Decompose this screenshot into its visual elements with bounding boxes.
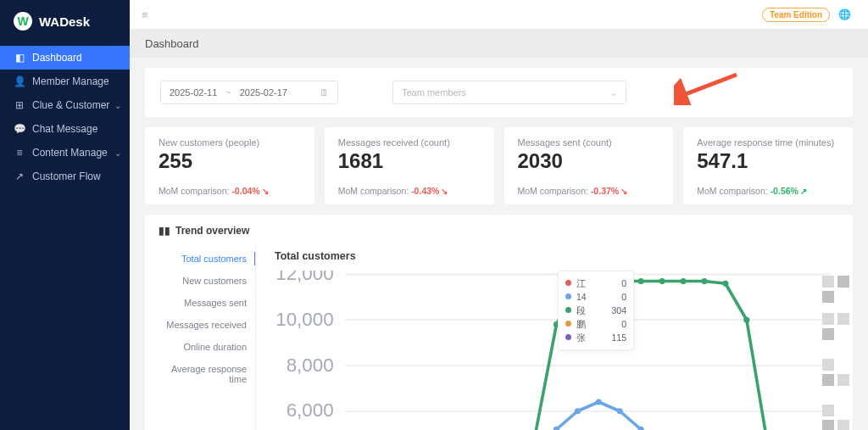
svg-text:6,000: 6,000 xyxy=(287,399,334,421)
svg-point-29 xyxy=(680,278,686,284)
app-name: WADesk xyxy=(39,14,90,29)
svg-point-30 xyxy=(701,278,707,284)
svg-line-0 xyxy=(679,75,737,97)
svg-text:8,000: 8,000 xyxy=(287,355,334,376)
svg-text:10,000: 10,000 xyxy=(275,309,333,330)
stat-card-avg-response-time: Average response time (minutes) 547.1 Mo… xyxy=(683,127,853,204)
member-icon: 👤 xyxy=(14,75,25,87)
sidebar-item-label: Member Manage xyxy=(32,75,109,87)
trend-tab-messages-sent[interactable]: Messages sent xyxy=(145,296,255,310)
sidebar-item-label: Dashboard xyxy=(32,52,82,64)
legend-row: 鹏0 xyxy=(565,317,626,331)
date-range-picker[interactable]: 2025-02-11 ~ 2025-02-17 🗓 xyxy=(160,81,338,104)
svg-text:12,000: 12,000 xyxy=(275,271,333,284)
stat-value: 1681 xyxy=(338,149,481,174)
stat-label: Average response time (minutes) xyxy=(697,137,839,148)
chevron-down-icon: ⌄ xyxy=(114,101,121,110)
chat-icon: 💬 xyxy=(14,123,25,135)
stat-card-new-customers: New customers (people) 255 MoM compariso… xyxy=(145,127,314,204)
svg-point-28 xyxy=(659,278,665,284)
trend-tab-new-customers[interactable]: New customers xyxy=(145,274,255,288)
chart-title: Total customers xyxy=(270,245,839,267)
sidebar-item-chat-message[interactable]: 💬 Chat Message xyxy=(0,117,130,141)
stat-mom: MoM comparison: -0.37%↘ xyxy=(518,186,660,196)
stat-card-messages-sent: Messages sent (count) 2030 MoM compariso… xyxy=(504,127,674,204)
legend-dot-icon xyxy=(565,334,571,340)
main: ≡ Team Edition 🌐 Dashboard 2025-02-11 ~ … xyxy=(130,0,868,430)
date-from: 2025-02-11 xyxy=(170,87,217,98)
stat-mom: MoM comparison: -0.56%↗ xyxy=(697,186,839,196)
sidebar-item-customer-flow[interactable]: ↗ Customer Flow xyxy=(0,165,130,188)
sidebar: W WADesk ◧ Dashboard 👤 Member Manage ⊞ C… xyxy=(0,0,130,430)
trend-tab-total-customers[interactable]: Total customers xyxy=(145,252,255,265)
chevron-down-icon: ⌄ xyxy=(114,148,121,158)
svg-point-27 xyxy=(638,278,644,284)
stat-label: Messages sent (count) xyxy=(518,137,660,148)
sidebar-item-label: Customer Flow xyxy=(32,170,101,182)
calendar-icon: 🗓 xyxy=(320,87,329,98)
sidebar-item-label: Content Manage xyxy=(32,147,108,159)
stat-cards: New customers (people) 255 MoM compariso… xyxy=(145,127,853,204)
svg-point-50 xyxy=(617,408,623,414)
annotation-arrow xyxy=(681,80,740,105)
date-to: 2025-02-17 xyxy=(240,87,287,98)
series-legend-redacted xyxy=(822,276,849,430)
stat-value: 547.1 xyxy=(697,149,839,174)
sidebar-item-content-manage[interactable]: ≡ Content Manage ⌄ xyxy=(0,141,130,165)
topbar: ≡ Team Edition 🌐 xyxy=(130,0,868,29)
page-title: Dashboard xyxy=(130,29,868,58)
stat-label: Messages received (count) xyxy=(338,137,481,148)
legend-row: 张115 xyxy=(565,331,626,344)
team-member-placeholder: Team members xyxy=(402,87,466,98)
svg-point-31 xyxy=(722,280,728,286)
legend-dot-icon xyxy=(565,321,571,327)
legend-dot-icon xyxy=(565,280,571,286)
bar-chart-icon: ▮▮ xyxy=(159,225,170,237)
svg-point-48 xyxy=(575,408,581,414)
trend-up-icon: ↗ xyxy=(800,187,807,196)
legend-row: 段304 xyxy=(565,304,626,317)
stat-mom: MoM comparison: -0.04%↘ xyxy=(159,186,301,196)
filter-panel: 2025-02-11 ~ 2025-02-17 🗓 Team members ⌄ xyxy=(145,68,853,117)
trend-down-icon: ↘ xyxy=(441,187,448,196)
legend-row: 140 xyxy=(565,290,626,304)
trend-down-icon: ↘ xyxy=(262,187,269,196)
dashboard-icon: ◧ xyxy=(14,52,25,64)
stat-label: New customers (people) xyxy=(159,137,301,148)
trend-down-icon: ↘ xyxy=(620,187,627,196)
sidebar-item-label: Clue & Customer xyxy=(32,99,109,111)
date-separator: ~ xyxy=(225,87,231,98)
svg-point-32 xyxy=(743,316,749,322)
trend-tab-avg-response-time[interactable]: Average response time xyxy=(145,362,255,386)
app-logo-mark: W xyxy=(14,12,32,31)
chevron-down-icon: ⌄ xyxy=(609,87,617,98)
trend-tabs: Total customers New customers Messages s… xyxy=(145,245,255,430)
team-edition-badge: Team Edition xyxy=(762,8,830,22)
app-logo: W WADesk xyxy=(0,0,130,42)
svg-point-49 xyxy=(596,399,602,405)
collapse-sidebar-icon[interactable]: ≡ xyxy=(142,8,148,21)
clue-icon: ⊞ xyxy=(14,99,25,111)
language-icon[interactable]: 🌐 xyxy=(838,8,851,20)
legend-dot-icon xyxy=(565,307,571,313)
chart-area: Total customers 2,0004,0006,0008,00010,0… xyxy=(255,245,853,430)
content-area: 2025-02-11 ~ 2025-02-17 🗓 Team members ⌄ xyxy=(130,58,868,430)
stat-mom: MoM comparison: -0.43%↘ xyxy=(338,186,481,196)
content-icon: ≡ xyxy=(14,147,25,159)
legend-row: 江0 xyxy=(565,276,626,290)
trend-tab-messages-received[interactable]: Messages received xyxy=(145,318,255,332)
sidebar-item-clue-customer[interactable]: ⊞ Clue & Customer ⌄ xyxy=(0,93,130,117)
trend-title: ▮▮ Trend overview xyxy=(145,225,853,245)
flow-icon: ↗ xyxy=(14,170,25,182)
trend-tab-online-duration[interactable]: Online duration xyxy=(145,340,255,354)
stat-value: 2030 xyxy=(518,149,660,174)
sidebar-item-member-manage[interactable]: 👤 Member Manage xyxy=(0,70,130,93)
sidebar-item-dashboard[interactable]: ◧ Dashboard xyxy=(0,46,130,70)
team-member-select[interactable]: Team members ⌄ xyxy=(392,81,626,104)
chart-legend-box: 江0 140 段304 鹏0 张115 xyxy=(558,271,634,350)
stat-card-messages-received: Messages received (count) 1681 MoM compa… xyxy=(325,127,494,204)
sidebar-item-label: Chat Message xyxy=(32,123,97,135)
stat-value: 255 xyxy=(159,149,301,174)
legend-dot-icon xyxy=(565,293,571,299)
trend-panel: ▮▮ Trend overview Total customers New cu… xyxy=(145,215,853,430)
